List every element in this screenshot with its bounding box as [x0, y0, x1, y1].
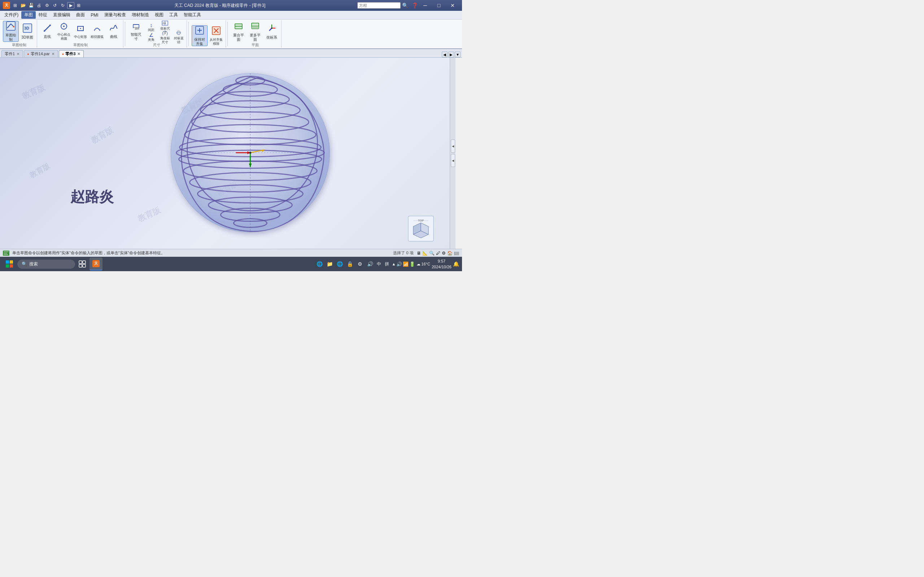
taskbar-ime-zh[interactable]: 中	[376, 261, 382, 267]
ribbon-btn-coincide-plane[interactable]: 重合平面	[231, 21, 247, 42]
ribbon-btn-arc[interactable]: 相切圆弧	[89, 21, 105, 42]
ribbon-btn-curve[interactable]: 曲线	[106, 21, 122, 42]
taskbar-icon-network[interactable]: 🌐	[315, 259, 324, 268]
tab-prev[interactable]: ◀	[442, 52, 447, 57]
taskbar-icon-folder[interactable]: 📁	[325, 259, 334, 268]
search-taskbar[interactable]: 🔍 搜索	[17, 259, 75, 269]
help-button[interactable]: ❓	[412, 3, 418, 8]
tab-next[interactable]: ▶	[448, 52, 454, 57]
ribbon-btn-spacing[interactable]: ↕ 间距	[145, 23, 158, 32]
tray-battery[interactable]: 🔋	[409, 261, 415, 267]
sketch-icon	[6, 21, 16, 32]
circle-icon	[60, 22, 68, 32]
sphere-container	[156, 59, 344, 248]
menu-tools[interactable]: 工具	[166, 11, 181, 19]
status-btn3[interactable]: 🔍	[429, 251, 435, 256]
qa-extra[interactable]: ⊞	[75, 2, 82, 9]
ribbon-btn-angle[interactable]: ∠ 夹角	[145, 32, 158, 42]
start-button[interactable]	[3, 258, 16, 271]
tab-part14-close[interactable]: ✕	[51, 52, 55, 56]
smart-dim-label: 智能尺寸	[129, 32, 143, 41]
menu-smart-tools[interactable]: 智能工具	[181, 11, 204, 19]
menu-file[interactable]: 文件(F)	[2, 11, 21, 19]
status-btn5[interactable]: ⚙	[442, 251, 446, 256]
spacing-icon: ↕	[150, 23, 153, 28]
clock-date: 2024/10/26	[432, 264, 452, 270]
svg-rect-77	[10, 260, 13, 264]
tab-part3-close[interactable]: ✕	[77, 52, 81, 56]
ribbon-btn-rect[interactable]: 中心矩形	[73, 21, 89, 42]
watermark-2: 教育版	[89, 125, 115, 146]
right-panel-btn2[interactable]: ◀	[451, 154, 455, 167]
svg-line-6	[44, 25, 50, 31]
ribbon-btn-sketch[interactable]: 草图绘制	[3, 21, 19, 42]
ribbon-btn-diameter[interactable]: 对标直径	[172, 32, 185, 42]
tab-part14[interactable]: ● 零件14.par ✕	[24, 50, 58, 57]
qa-redo[interactable]: ↺	[51, 2, 58, 9]
right-panel-btn1[interactable]: ◀	[451, 140, 455, 153]
tab-part3[interactable]: ● 零件3 ✕	[59, 50, 84, 57]
menu-sketch[interactable]: 单图	[21, 11, 36, 19]
svg-rect-82	[79, 264, 82, 267]
menu-surface[interactable]: 曲面	[73, 11, 88, 19]
status-btn1[interactable]: 🖥	[417, 251, 421, 256]
tab-part1-close[interactable]: ✕	[16, 52, 20, 56]
ribbon: 草图绘制 3D 3D草图 草图绘制	[0, 19, 462, 49]
search-input[interactable]	[357, 2, 401, 9]
menu-additive[interactable]: 增材制造	[129, 11, 152, 19]
tab-list[interactable]: ▼	[455, 52, 460, 57]
dim-col3: 对标直径	[172, 32, 185, 42]
taskbar-ime-pin[interactable]: 拼	[384, 261, 390, 267]
orientation-cube[interactable]: TOP	[408, 216, 434, 242]
taskbar-app-cad[interactable]: 天	[89, 258, 102, 271]
ribbon-btn-angle-coord[interactable]: ∠ 角坐标尺寸	[158, 32, 171, 42]
ribbon-btn-remove-align[interactable]: 从对齐集移除	[208, 25, 224, 46]
ribbon-sep2	[188, 22, 189, 46]
status-right: 选择了 0 项	[393, 250, 413, 256]
tray-up-arrow[interactable]: ▲	[392, 262, 396, 266]
tray-network2[interactable]: 📶	[403, 261, 409, 267]
ribbon-btn-more-planes[interactable]: 更多平面	[247, 21, 263, 42]
maximize-button[interactable]: □	[432, 2, 446, 10]
close-button[interactable]: ✕	[446, 2, 459, 10]
menu-feature[interactable]: 特征	[36, 11, 50, 19]
notification-btn[interactable]: 🔔	[453, 261, 459, 267]
weather-icon: ☁	[417, 262, 420, 266]
menu-measure[interactable]: 测量与检查	[102, 11, 129, 19]
ribbon-btn-line[interactable]: 直线	[39, 21, 55, 42]
qa-select[interactable]: ▶	[67, 2, 74, 9]
menu-direct-edit[interactable]: 直接编辑	[50, 11, 73, 19]
taskbar-icon-browser[interactable]: 🌐	[335, 259, 344, 268]
viewport[interactable]: 教育版 教育版 教育版 教育版 教育版 教育版	[0, 58, 456, 249]
ribbon-btn-coord-sys[interactable]: 坐标系	[264, 21, 280, 42]
svg-text:坐标: 坐标	[162, 22, 166, 24]
clock[interactable]: 9:57 2024/10/26	[432, 258, 452, 270]
qa-undo[interactable]: ↻	[59, 2, 66, 9]
minimize-button[interactable]: ─	[419, 2, 432, 10]
taskbar-icon-audio[interactable]: 🔊	[366, 259, 374, 268]
qa-open[interactable]: 📂	[19, 2, 27, 9]
ribbon-plane-content: 重合平面 更多平面	[231, 21, 280, 42]
qa-save[interactable]: 💾	[27, 2, 35, 9]
search-button[interactable]: 🔍	[402, 3, 408, 8]
ribbon-btn-3dsketch[interactable]: 3D 3D草图	[19, 21, 36, 42]
status-btn2[interactable]: 📐	[422, 251, 428, 256]
ribbon-btn-circle[interactable]: 中心和点画圆	[56, 21, 72, 42]
menu-view[interactable]: 视图	[152, 11, 166, 19]
taskbar-icon-lock[interactable]: 🔒	[346, 259, 354, 268]
ribbon-btn-smart-dim[interactable]: dim 智能尺寸	[128, 21, 144, 42]
ribbon-btn-keep-align[interactable]: 保持对齐集	[192, 25, 208, 46]
qa-settings[interactable]: ⚙	[43, 2, 50, 9]
title-bar-right: 🔍 ❓ ─ □ ✕	[357, 2, 459, 10]
qa-print[interactable]: 🖨	[36, 2, 43, 9]
task-view-btn[interactable]	[76, 258, 88, 270]
qa-new[interactable]: ⊞	[11, 2, 19, 9]
menu-pmi[interactable]: PMI	[88, 12, 101, 18]
svg-text:3D: 3D	[24, 26, 29, 30]
tab-part1[interactable]: 零件1 ✕	[2, 50, 23, 57]
tray-sound[interactable]: 🔊	[396, 261, 402, 267]
taskbar-icon-settings[interactable]: ⚙	[355, 259, 364, 268]
ribbon-tools-content: 直线 中心和点画圆 中	[39, 21, 122, 42]
status-btn4[interactable]: 🖊	[436, 251, 440, 256]
status-btn6[interactable]: 🏠	[447, 251, 452, 256]
